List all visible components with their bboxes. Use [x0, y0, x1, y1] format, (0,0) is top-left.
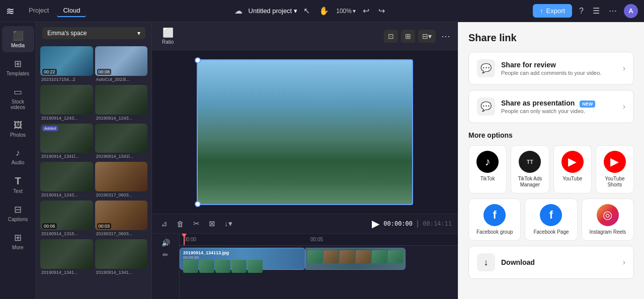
share-as-presentation-option[interactable]: 💬 Share as presentation NEW People can o… — [468, 90, 634, 123]
list-item[interactable]: 00:22 20231017154...2 — [40, 46, 93, 83]
list-item[interactable]: 20190914_1243... — [40, 162, 93, 198]
ratio-button[interactable]: ⬜ Ratio — [157, 25, 179, 47]
timeline-size-tool[interactable]: ⊿ — [158, 217, 171, 230]
download-option[interactable]: ↓ Download › — [468, 246, 634, 279]
help-icon[interactable]: ? — [577, 5, 586, 18]
thumb-name-2: AutoCut_2023l... — [95, 76, 148, 83]
thumb-9[interactable]: 00:06 — [40, 201, 93, 230]
tab-cloud[interactable]: Cloud — [57, 5, 86, 17]
list-item[interactable]: 00:03 20190317_0603... — [95, 201, 148, 237]
thumb-2[interactable]: 00:08 — [95, 46, 148, 76]
logo-icon[interactable]: ≋ — [6, 5, 15, 17]
photos-icon: 🖼 — [14, 120, 23, 131]
list-item[interactable]: 20190914_1341... — [95, 239, 148, 276]
social-item-tiktok-ads[interactable]: TT TikTok Ads Manager — [511, 145, 549, 193]
track-clip-main[interactable]: 20190914_134113.jpg 00:05:00 — [180, 248, 305, 270]
edit-button[interactable]: ✏ — [162, 250, 170, 260]
thumb-duration-1: 00:22 — [42, 69, 57, 75]
list-item[interactable]: Added 20190914_1341l... — [40, 124, 93, 160]
download-arrow-icon: ↓ — [484, 257, 489, 268]
avatar[interactable]: A — [624, 4, 638, 18]
thumb-1[interactable]: 00:22 — [40, 46, 93, 76]
volume-button[interactable]: 🔊 — [160, 238, 171, 248]
sidebar-item-media[interactable]: ⬛ Media — [2, 26, 34, 52]
clip-thumbnail-strip — [183, 260, 302, 273]
thumb-10[interactable]: 00:03 — [95, 201, 148, 230]
clip-label: 20190914_134113.jpg — [183, 250, 302, 255]
thumb-6[interactable] — [95, 124, 148, 153]
thumb-7[interactable] — [40, 162, 93, 191]
play-button[interactable]: ▶ — [372, 218, 379, 230]
ruler-mark-5: 00:05 — [310, 237, 323, 242]
view-tool-2[interactable]: ⊞ — [401, 30, 415, 43]
view-tool-3[interactable]: ⊟▾ — [418, 30, 436, 43]
project-name[interactable]: Untitled project ▾ — [249, 7, 298, 15]
list-item[interactable]: 20190914_1243... — [40, 85, 93, 122]
export-button[interactable]: ↑ Export — [533, 4, 572, 18]
thumb-8[interactable] — [95, 162, 148, 191]
resize-handle-bl[interactable] — [195, 201, 201, 207]
thumb-img-8 — [95, 162, 148, 191]
social-item-instagram[interactable]: ◎ Instagram Reels — [582, 198, 634, 241]
clip-mini-1 — [183, 260, 198, 273]
youtube-icon: ▶ — [561, 151, 584, 173]
list-item[interactable]: 20190914_1341... — [40, 239, 93, 276]
sidebar-label-audio: Audio — [12, 160, 25, 165]
canvas-view-tools: ⊡ ⊞ ⊟▾ ⋯ — [384, 28, 453, 44]
list-item[interactable]: 20190914_1341l... — [95, 124, 148, 160]
redo-button[interactable]: ↪ — [376, 4, 387, 18]
crop-button[interactable]: ✂ — [190, 217, 203, 230]
facebook-group-label: Facebook group — [476, 229, 513, 235]
list-item[interactable]: 20190317_0603... — [95, 162, 148, 198]
thumb-4[interactable] — [95, 85, 148, 115]
list-item[interactable]: 20190914_1243... — [95, 85, 148, 122]
arrow-tool-icon[interactable]: ↖ — [301, 4, 312, 18]
download-label: Download — [501, 258, 617, 266]
track-clip-continuation[interactable] — [305, 248, 406, 270]
list-item[interactable]: 00:06 20190914_1318... — [40, 201, 93, 237]
zoom-display[interactable]: 100% ▾ — [336, 8, 356, 15]
thumb-11[interactable] — [40, 239, 93, 269]
more-icon[interactable]: ⋯ — [607, 4, 619, 18]
export-clip-button[interactable]: ↓▾ — [221, 217, 235, 230]
zoom-arrow: ▾ — [353, 8, 356, 15]
thumb-12[interactable] — [95, 239, 148, 269]
sidebar-item-more[interactable]: ⊞ More — [2, 228, 34, 254]
sidebar-item-photos[interactable]: 🖼 Photos — [2, 116, 34, 142]
thumb-5[interactable]: Added — [40, 124, 93, 153]
sidebar-item-stock[interactable]: ▭ Stock videos — [2, 82, 34, 114]
view-tool-1[interactable]: ⊡ — [384, 30, 398, 43]
delete-button[interactable]: 🗑 — [174, 218, 187, 230]
timeline-body: 🔊 ✏ 00:00 00:05 — [152, 234, 458, 299]
share-review-title: Share for review — [501, 61, 617, 69]
social-item-youtube-shorts[interactable]: ▶ YouTube Shorts — [596, 145, 634, 193]
cont-mini-2 — [324, 250, 339, 263]
media-grid: 00:22 20231017154...2 00:08 AutoCut_2023… — [36, 44, 151, 278]
playhead[interactable] — [184, 234, 185, 245]
sidebar-item-text[interactable]: T Text — [2, 171, 34, 198]
workspace-selector[interactable]: Emma's space ▾ — [42, 27, 145, 39]
sidebar-label-stock: Stock videos — [4, 99, 32, 110]
canvas-more-button[interactable]: ⋯ — [439, 28, 453, 44]
sidebar-item-captions[interactable]: ⊟ Captions — [2, 200, 34, 226]
facebook-page-label: Facebook Page — [533, 229, 569, 235]
hand-tool-icon[interactable]: ✋ — [317, 4, 331, 18]
templates-icon: ⊞ — [14, 58, 22, 69]
social-item-facebook-group[interactable]: f Facebook group — [468, 198, 521, 241]
sidebar-item-templates[interactable]: ⊞ Templates — [2, 54, 34, 80]
share-for-review-option[interactable]: 💬 Share for review People can add commen… — [468, 52, 634, 85]
instagram-icon: ◎ — [597, 204, 619, 226]
social-item-youtube[interactable]: ▶ YouTube — [553, 145, 592, 193]
social-item-tiktok[interactable]: ♪ TikTok — [468, 145, 507, 193]
social-item-facebook-page[interactable]: f Facebook Page — [525, 198, 577, 241]
tab-project[interactable]: Project — [23, 5, 55, 17]
thumb-3[interactable] — [40, 85, 93, 115]
undo-button[interactable]: ↩ — [361, 4, 371, 18]
sidebar-item-audio[interactable]: ♪ Audio — [2, 144, 34, 169]
list-item[interactable]: 00:08 AutoCut_2023l... — [95, 46, 148, 83]
total-time: 00:14:11 — [423, 220, 452, 227]
split-button[interactable]: ⊠ — [206, 217, 218, 230]
resize-handle-tl[interactable] — [195, 57, 201, 63]
menu-icon[interactable]: ☰ — [591, 4, 602, 18]
share-presentation-arrow: › — [623, 102, 625, 111]
